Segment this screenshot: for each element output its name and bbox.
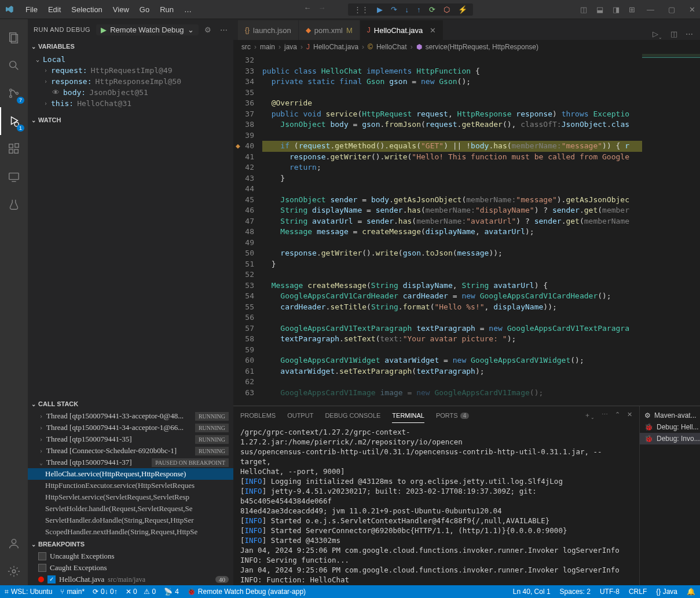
launch-config-selector[interactable]: ▶ Remote Watch Debug ⌄ [96,24,198,35]
scope-local[interactable]: Local [43,55,65,64]
errors-warnings[interactable]: ✕ 0 ⚠ 0 [126,588,156,596]
layout-secondary-icon[interactable]: ◨ [613,5,620,14]
nav-back-forward[interactable]: ← → [304,3,326,16]
encoding[interactable]: UTF-8 [600,588,620,596]
menu-edit[interactable]: Edit [43,3,65,16]
language-mode[interactable]: {} Java [656,588,677,596]
stack-frame[interactable]: ScopedHandler.nextHandle(String,Request,… [28,526,233,538]
checkbox[interactable] [38,552,46,560]
variable-row[interactable]: › this: HelloChat@31 [28,98,233,109]
close-window-icon[interactable]: ✕ [689,5,695,14]
editor-tab[interactable]: {}launch.json [238,20,299,40]
menu-run[interactable]: Run [155,3,178,16]
close-tab-icon[interactable]: ✕ [430,26,436,35]
breadcrumb-item[interactable]: service(HttpRequest, HttpResponse) [426,43,538,51]
rss[interactable]: 📡 4 [164,588,179,596]
checkbox[interactable] [38,564,46,572]
customize-layout-icon[interactable]: ⊞ [629,5,635,14]
explorer-icon[interactable] [0,24,28,52]
layout-panel-icon[interactable]: ⬓ [596,5,603,14]
cursor-position[interactable]: Ln 40, Col 1 [513,588,551,596]
search-icon[interactable] [0,52,28,79]
minimize-icon[interactable]: — [647,5,654,14]
maximize-icon[interactable]: ▢ [668,5,675,14]
variable-row[interactable]: › response: HttpResponseImpl@50 [28,76,233,87]
watch-section-header[interactable]: ⌄WATCH [28,114,233,126]
breadcrumb-item[interactable]: src [241,43,251,51]
stack-frame[interactable]: HttpFunctionExecutor.service(HttpServlet… [28,480,233,491]
remote-indicator[interactable]: ⌗ WSL: Ubuntu [5,588,52,596]
more-icon[interactable]: ⋯ [220,25,228,34]
more-icon[interactable]: ⋯ [686,30,693,40]
source-control-icon[interactable]: 7 [0,79,28,107]
stack-frame[interactable]: HelloChat.service(HttpRequest,HttpRespon… [28,468,233,480]
thread-row[interactable]: ›Thread [qtp1500079441-35]RUNNING [28,433,233,445]
checkbox[interactable] [47,575,56,584]
run-debug-icon[interactable]: 1 [0,107,28,135]
eol[interactable]: CRLF [629,588,647,596]
remote-explorer-icon[interactable] [0,163,28,191]
minimap[interactable] [642,54,700,406]
breadcrumb-item[interactable]: java [284,43,297,51]
panel-tab-output[interactable]: OUTPUT [287,409,313,422]
callstack-section-header[interactable]: ⌄CALL STACK [28,398,233,410]
stack-frame[interactable]: ServletHandler.doHandle(String,Request,H… [28,515,233,526]
step-into-icon[interactable]: ↓ [405,5,409,14]
nav-forward-icon[interactable]: → [318,3,326,16]
more-icon[interactable]: ⋯ [602,411,608,420]
menu-go[interactable]: Go [135,3,154,16]
terminal-output[interactable]: /grpc/grpc-context/1.27.2/grpc-context-1… [233,425,639,585]
git-sync[interactable]: ⟳ 0↓ 0↑ [93,588,118,596]
gear-icon[interactable]: ⚙ [204,25,211,34]
continue-icon[interactable]: ▶ [377,5,383,14]
menu-selection[interactable]: Selection [67,3,107,16]
panel-tab-debug console[interactable]: DEBUG CONSOLE [325,409,380,422]
indentation[interactable]: Spaces: 2 [560,588,591,596]
terminal-task[interactable]: 🐞Debug: Hell... [640,421,700,433]
menu-view[interactable]: View [108,3,134,16]
restart-icon[interactable]: ⟳ [429,5,435,14]
new-terminal-icon[interactable]: ＋⌄ [584,411,595,420]
extensions-icon[interactable] [0,135,28,163]
close-panel-icon[interactable]: ✕ [627,411,632,420]
accounts-icon[interactable] [0,530,28,557]
panel-tab-terminal[interactable]: TERMINAL [392,409,424,423]
notifications-icon[interactable]: 🔔 [687,588,695,596]
debug-status[interactable]: 🐞 Remote Watch Debug (avatar-app) [187,588,306,596]
stack-frame[interactable]: ServletHolder.handle(Request,ServletRequ… [28,503,233,515]
thread-row-paused[interactable]: ⌄Thread [qtp1500079441-37]PAUSED ON BREA… [28,457,233,468]
drag-handle-icon[interactable]: ⋮⋮ [354,5,369,14]
split-editor-icon[interactable]: ◫ [670,30,677,40]
thread-row[interactable]: ›Thread [qtp1500079441-33-acceptor-0@48.… [28,410,233,422]
variable-row[interactable]: 👁 body: JsonObject@51 [28,87,233,98]
terminal-task[interactable]: ⚙Maven-avat... [640,410,700,421]
breadcrumb-item[interactable]: main [260,43,275,51]
breadcrumb-item[interactable]: HelloChat.java [313,43,358,51]
menu-file[interactable]: File [21,3,42,16]
bp-uncaught[interactable]: Uncaught Exceptions [28,550,233,562]
code-editor[interactable]: public class HelloChat implements HttpFu… [262,54,642,406]
panel-tab-problems[interactable]: PROBLEMS [240,409,276,422]
testing-icon[interactable] [0,191,28,218]
menu-…[interactable]: … [179,3,196,16]
step-out-icon[interactable]: ↑ [417,5,421,14]
panel-tab-ports[interactable]: PORTS4 [436,409,469,422]
bp-file[interactable]: HelloChat.java src/main/java 40 [28,574,233,585]
breadcrumb-item[interactable]: HelloChat [376,43,407,51]
nav-back-icon[interactable]: ← [304,3,311,16]
stop-icon[interactable]: ⬡ [444,5,450,14]
thread-row[interactable]: ›Thread [Connector-Scheduler-6920b0bc-1]… [28,445,233,457]
bp-caught[interactable]: Caught Exceptions [28,562,233,574]
variables-section-header[interactable]: ⌄VARIABLES [28,40,233,53]
settings-icon[interactable] [0,557,28,585]
thread-row[interactable]: ›Thread [qtp1500079441-34-acceptor-1@66.… [28,422,233,433]
variable-row[interactable]: › request: HttpRequestImpl@49 [28,65,233,76]
editor-tab[interactable]: JHelloChat.java✕ [360,20,444,40]
hot-reload-icon[interactable]: ⚡ [458,5,467,14]
terminal-task[interactable]: 🐞Debug: Invo... [640,433,700,444]
breadcrumb[interactable]: src›main›java›J HelloChat.java›© HelloCh… [233,40,700,54]
breakpoints-section-header[interactable]: ⌄BREAKPOINTS [28,538,233,550]
step-over-icon[interactable]: ↷ [391,5,397,14]
editor-tab[interactable]: ◆pom.xmlM [299,20,360,40]
run-icon[interactable]: ▷⌄ [653,30,662,40]
